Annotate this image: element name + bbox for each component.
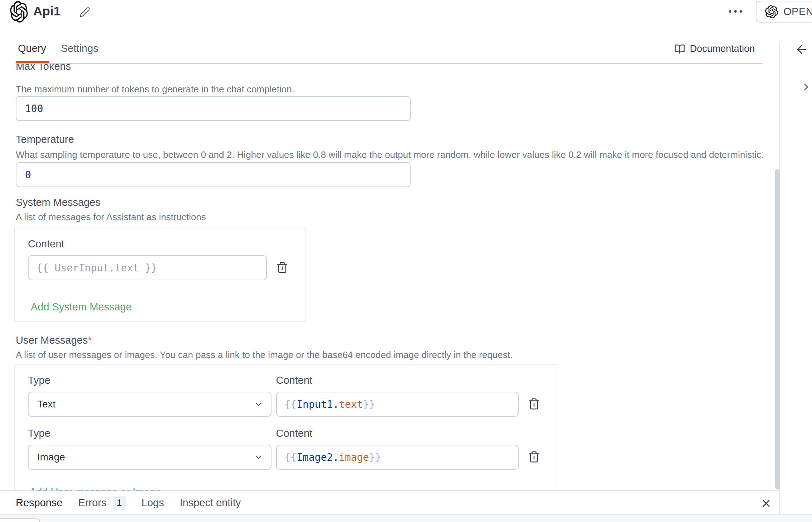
page-title: Api1 — [33, 4, 61, 18]
tab-inspect-entity[interactable]: Inspect entity — [180, 497, 241, 509]
arrow-left-icon — [795, 43, 809, 56]
edit-title-button[interactable] — [79, 6, 92, 19]
pencil-icon — [79, 7, 92, 18]
user-messages-group: Type Text Content {{Input1.text}} — [14, 364, 557, 490]
max-tokens-input[interactable]: 100 — [16, 96, 411, 121]
bottom-strip — [0, 514, 812, 522]
user-content-input[interactable]: {{Image2.image}} — [276, 445, 519, 470]
temperature-description: What sampling temperature to use, betwee… — [16, 149, 779, 161]
type-select[interactable]: Image — [28, 445, 272, 470]
type-select[interactable]: Text — [28, 392, 272, 417]
back-arrow-button[interactable] — [795, 42, 809, 57]
errors-count-badge: 1 — [113, 496, 126, 510]
datasource-name: OPEN-AI — [783, 6, 812, 18]
more-menu-button[interactable] — [728, 5, 745, 18]
content-label: Content — [276, 373, 519, 387]
documentation-link[interactable]: Documentation — [674, 43, 755, 54]
content-label: Content — [276, 426, 519, 440]
openai-logo-small-icon — [765, 5, 778, 18]
trash-icon — [276, 261, 292, 274]
user-message-row: Type Text Content {{Input1.text}} — [28, 373, 544, 417]
more-horizontal-icon — [728, 9, 745, 14]
system-content-label: Content — [28, 237, 292, 251]
tab-settings[interactable]: Settings — [61, 43, 98, 54]
user-message-row: Type Image Content {{Image2.image}} — [28, 426, 544, 470]
tab-response[interactable]: Response — [16, 497, 63, 509]
system-messages-label: System Messages — [16, 195, 779, 209]
add-system-message-button[interactable]: Add System Message — [31, 301, 132, 313]
user-messages-description: A list of user messages or images. You c… — [16, 349, 779, 361]
type-label: Type — [28, 373, 272, 387]
tab-logs[interactable]: Logs — [142, 497, 164, 509]
max-tokens-description: The maximum number of tokens to generate… — [16, 83, 779, 95]
temperature-input[interactable]: 0 — [16, 162, 411, 187]
trash-icon — [528, 451, 544, 463]
datasource-selector-button[interactable]: OPEN-AI — [756, 1, 812, 23]
api-editor-page: Api1 OPEN-AI Query Settings Documentatio… — [0, 0, 812, 522]
response-pane-header: Response Errors 1 Logs Inspect entity — [0, 490, 779, 514]
query-form: Max Tokens The maximum number of tokens … — [0, 64, 779, 490]
add-user-message-button[interactable]: Add User message or Image — [29, 486, 161, 490]
tabbar-divider — [15, 63, 762, 64]
delete-system-message-button[interactable] — [276, 259, 292, 276]
close-icon — [760, 498, 775, 509]
bottom-left-chip — [0, 518, 40, 522]
user-content-input[interactable]: {{Input1.text}} — [276, 392, 519, 417]
chevron-down-icon — [254, 399, 264, 409]
delete-user-message-button[interactable] — [528, 448, 544, 465]
delete-user-message-button[interactable] — [528, 395, 544, 412]
close-response-pane-button[interactable] — [760, 496, 775, 511]
system-messages-description: A list of messages for Assistant as inst… — [16, 211, 779, 223]
chevron-down-icon — [254, 452, 264, 462]
tab-query[interactable]: Query — [18, 43, 46, 54]
tab-errors[interactable]: Errors — [78, 497, 107, 509]
trash-icon — [528, 398, 544, 410]
expand-panel-button[interactable] — [801, 81, 812, 93]
openai-logo-icon — [10, 1, 28, 23]
open-book-icon — [674, 44, 685, 54]
max-tokens-label: Max Tokens — [16, 64, 779, 73]
user-messages-label: User Messages* — [16, 333, 779, 347]
system-messages-group: Content {{ UserInput.text }} Add System … — [14, 227, 305, 322]
chevron-right-icon — [801, 81, 812, 93]
system-content-input[interactable]: {{ UserInput.text }} — [28, 255, 267, 280]
temperature-label: Temperature — [16, 132, 779, 146]
required-asterisk: * — [88, 334, 92, 346]
type-label: Type — [28, 426, 272, 440]
system-content-placeholder: {{ UserInput.text }} — [36, 262, 157, 274]
